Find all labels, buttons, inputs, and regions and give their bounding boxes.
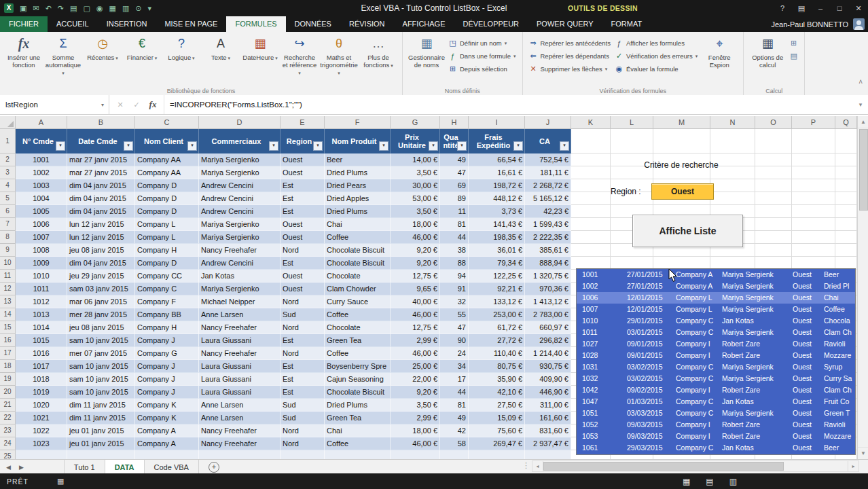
ribbon-button-dateheure[interactable]: ▦DateHeure ▾: [240, 34, 280, 79]
tab-affichage[interactable]: AFFICHAGE: [394, 16, 454, 32]
ribbon-button-financier[interactable]: €Financier ▾: [122, 34, 162, 79]
listbox-row-1061[interactable]: 106129/03/2015Company CJan KotasOuestBee…: [577, 442, 855, 454]
sheet-nav-right-icon[interactable]: ▶: [19, 464, 24, 471]
cell-J4[interactable]: 2 268,72 €: [525, 179, 571, 192]
cell-C12[interactable]: Company C: [135, 283, 199, 295]
horizontal-scrollbar-track[interactable]: [543, 460, 848, 472]
vertical-scrollbar-thumb[interactable]: [859, 129, 868, 211]
cell-I2[interactable]: 66,54 €: [469, 153, 525, 166]
cell-F12[interactable]: Clam Chowder: [325, 283, 391, 295]
cell-G17[interactable]: 46,00 €: [391, 347, 440, 360]
tab-r-vision[interactable]: RÉVISION: [340, 16, 394, 32]
listbox-row-1006[interactable]: 100612/01/2015Company LMariya SergienkOu…: [577, 292, 855, 304]
help-icon[interactable]: ?: [773, 4, 792, 12]
listbox-row-1052[interactable]: 105209/03/2015Company IRobert ZareOuestR…: [577, 419, 855, 431]
insert-function-fx-icon[interactable]: fx: [145, 99, 161, 110]
cell-J7[interactable]: 1 599,43 €: [525, 218, 571, 231]
column-header-J[interactable]: J: [525, 116, 571, 129]
tab-accueil[interactable]: ACCUEIL: [48, 16, 98, 32]
filter-button[interactable]: ▾: [429, 141, 438, 151]
cell-B16[interactable]: sam 10 janv 2015: [67, 334, 135, 347]
cell-D19[interactable]: Laura Giussani: [199, 373, 281, 386]
cell-P6[interactable]: [792, 205, 835, 218]
listbox-row-1053[interactable]: 105309/03/2015Company IRobert ZareOuestM…: [577, 431, 855, 442]
cell-H18[interactable]: 34: [440, 360, 469, 373]
cell-B5[interactable]: dim 04 janv 2015: [67, 192, 135, 205]
cell-A4[interactable]: 1003: [16, 179, 67, 192]
cell-F15[interactable]: Chocolate: [325, 321, 391, 334]
row-header-24[interactable]: 24: [0, 437, 16, 450]
row-header-21[interactable]: 21: [0, 399, 16, 412]
cell-E20[interactable]: Est: [281, 386, 325, 399]
cell-C8[interactable]: Company L: [135, 231, 199, 244]
cell-J14[interactable]: 2 783,00 €: [525, 308, 571, 321]
cell-E8[interactable]: Ouest: [281, 231, 325, 244]
cell-A5[interactable]: 1004: [16, 192, 67, 205]
macro-record-icon[interactable]: ▦: [57, 477, 64, 486]
cell-D18[interactable]: Laura Giussani: [199, 360, 281, 373]
row-header-5[interactable]: 5: [0, 192, 16, 205]
ribbon-button-rep-rer-les-ant-c-dents[interactable]: ⇒Repérer les antécédents: [527, 37, 613, 50]
vertical-scrollbar[interactable]: ▲ ▼: [857, 116, 868, 459]
cell-E16[interactable]: Est: [281, 334, 325, 347]
cell-B19[interactable]: sam 10 janv 2015: [67, 373, 135, 386]
ribbon-button-dans-une-formule[interactable]: ƒDans une formule▾: [446, 50, 518, 62]
cell-D7[interactable]: Mariya Sergienko: [199, 218, 281, 231]
cell-A3[interactable]: 1002: [16, 166, 67, 179]
cell-Q1[interactable]: [835, 129, 857, 153]
cell-F25[interactable]: [325, 450, 391, 459]
cell-O4[interactable]: [755, 179, 792, 192]
cell-D16[interactable]: Laura Giussani: [199, 334, 281, 347]
cell-B14[interactable]: mer 28 janv 2015: [67, 308, 135, 321]
cell-I5[interactable]: 448,12 €: [469, 192, 525, 205]
cell-E12[interactable]: Ouest: [281, 283, 325, 295]
cell-P1[interactable]: [792, 129, 835, 153]
insert-function-button[interactable]: fx Insérer une fonction: [4, 34, 43, 70]
cell-F6[interactable]: Dried Plums: [325, 205, 391, 218]
cell-F16[interactable]: Green Tea: [325, 334, 391, 347]
cell-A21[interactable]: 1020: [16, 399, 67, 412]
cell-A9[interactable]: 1008: [16, 244, 67, 257]
cell-J24[interactable]: 2 937,47 €: [525, 437, 571, 450]
cell-N1[interactable]: [710, 129, 755, 153]
cell-G19[interactable]: 22,00 €: [391, 373, 440, 386]
listbox-row-1047[interactable]: 104701/03/2015Company CJan KotasOuestFru…: [577, 396, 855, 408]
table-header-quantit[interactable]: Quantité▾: [440, 129, 469, 153]
listbox-row-1002[interactable]: 100227/01/2015Company AMariya SergienkOu…: [577, 280, 855, 292]
cell-C5[interactable]: Company D: [135, 192, 199, 205]
cell-H16[interactable]: 90: [440, 334, 469, 347]
cell-F11[interactable]: Chocolate: [325, 270, 391, 283]
cell-J9[interactable]: 385,61 €: [525, 244, 571, 257]
ribbon-button-somme-automatique[interactable]: ΣSomme automatique ▾: [43, 34, 83, 79]
cell-G12[interactable]: 9,65 €: [391, 283, 440, 295]
cell-H24[interactable]: 58: [440, 437, 469, 450]
cell-B10[interactable]: dim 04 janv 2015: [67, 257, 135, 270]
cell-F18[interactable]: Boysenberry Spre: [325, 360, 391, 373]
cell-G14[interactable]: 46,00 €: [391, 308, 440, 321]
cell-Q7[interactable]: [835, 218, 857, 231]
ribbon-button-logique[interactable]: ?Logique ▾: [162, 34, 201, 79]
cell-F4[interactable]: Dried Pears: [325, 179, 391, 192]
cell-A23[interactable]: 1022: [16, 424, 67, 437]
cell-D10[interactable]: Andrew Cencini: [199, 257, 281, 270]
cell-G9[interactable]: 9,20 €: [391, 244, 440, 257]
cell-H10[interactable]: 88: [440, 257, 469, 270]
cell-J22[interactable]: 161,60 €: [525, 412, 571, 424]
cell-D9[interactable]: Nancy Freehafer: [199, 244, 281, 257]
cell-D4[interactable]: Andrew Cencini: [199, 179, 281, 192]
cell-I9[interactable]: 36,01 €: [469, 244, 525, 257]
sheet-icon[interactable]: ▥: [122, 3, 129, 13]
cell-B4[interactable]: dim 04 janv 2015: [67, 179, 135, 192]
cell-F3[interactable]: Dried Plums: [325, 166, 391, 179]
cell-J6[interactable]: 42,23 €: [525, 205, 571, 218]
cell-J3[interactable]: 181,11 €: [525, 166, 571, 179]
column-header-H[interactable]: H: [440, 116, 469, 129]
table-header-nom-client[interactable]: Nom Client▾: [135, 129, 199, 153]
ribbon-button-rep-rer-les-d-pendants[interactable]: ⇐Repérer les dépendants: [527, 50, 613, 62]
cell-I10[interactable]: 79,34 €: [469, 257, 525, 270]
cell-B2[interactable]: mar 27 janv 2015: [67, 153, 135, 166]
cell-G20[interactable]: 9,20 €: [391, 386, 440, 399]
cell-P9[interactable]: [792, 244, 835, 257]
scroll-left-icon[interactable]: ◂: [532, 460, 543, 472]
cell-F24[interactable]: Coffee: [325, 437, 391, 450]
